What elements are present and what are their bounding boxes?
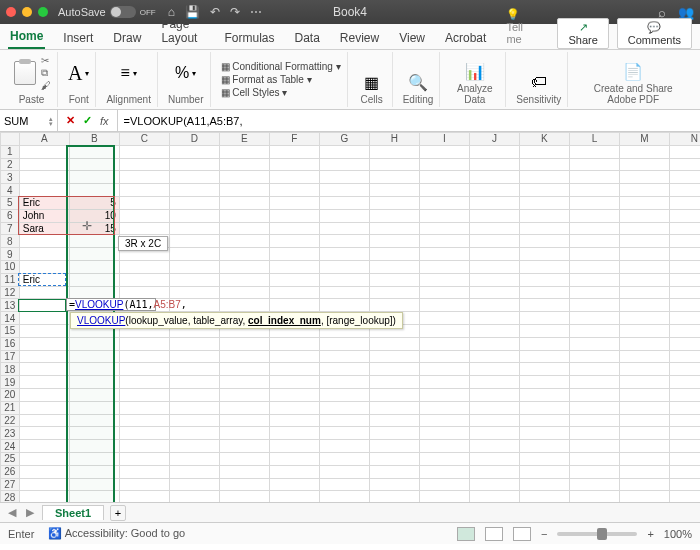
cell-A11[interactable]: Eric [19,273,69,286]
cell-J9[interactable] [469,248,519,261]
row-header-9[interactable]: 9 [1,248,20,261]
cell-J11[interactable] [469,273,519,286]
cell-G2[interactable] [319,158,369,171]
cell-L6[interactable] [569,209,619,222]
cell-C5[interactable] [119,196,169,209]
cell-L20[interactable] [569,388,619,401]
tab-formulas[interactable]: Formulas [222,27,276,49]
cell-K22[interactable] [519,414,569,427]
cell-I2[interactable] [419,158,469,171]
cell-A25[interactable] [19,452,69,465]
cell-H23[interactable] [369,427,419,440]
window-controls[interactable] [6,7,48,17]
cell-B22[interactable] [69,414,119,427]
cell-M15[interactable] [619,324,669,337]
cell-N4[interactable] [669,184,700,197]
cell-K15[interactable] [519,324,569,337]
cell-D7[interactable] [169,222,219,235]
cell-N26[interactable] [669,465,700,478]
cell-M18[interactable] [619,363,669,376]
cell-G9[interactable] [319,248,369,261]
cell-H27[interactable] [369,478,419,491]
zoom-in-button[interactable]: + [647,528,653,540]
cell-E16[interactable] [219,337,269,350]
cell-G16[interactable] [319,337,369,350]
cell-K19[interactable] [519,376,569,389]
sensitivity-icon[interactable]: 🏷 [525,70,553,94]
cell-L2[interactable] [569,158,619,171]
conditional-formatting-button[interactable]: ▦ Conditional Formatting ▾ [221,60,341,73]
tab-view[interactable]: View [397,27,427,49]
cell-H9[interactable] [369,248,419,261]
cell-D28[interactable] [169,491,219,502]
paste-button[interactable] [12,60,38,86]
cell-J21[interactable] [469,401,519,414]
cell-L11[interactable] [569,273,619,286]
cell-F13[interactable] [269,299,319,312]
col-header-J[interactable]: J [469,133,519,146]
cell-G25[interactable] [319,452,369,465]
fx-icon[interactable]: fx [100,115,109,127]
formula-input[interactable]: =VLOOKUP(A11,A5:B7, [118,110,700,131]
cell-D5[interactable] [169,196,219,209]
cell-K10[interactable] [519,260,569,273]
cell-E1[interactable] [219,145,269,158]
cell-M13[interactable] [619,299,669,312]
cell-N27[interactable] [669,478,700,491]
cell-J20[interactable] [469,388,519,401]
cell-C26[interactable] [119,465,169,478]
row-header-7[interactable]: 7 [1,222,20,235]
cell-G22[interactable] [319,414,369,427]
tell-me[interactable]: Tell me [504,4,541,49]
cell-I5[interactable] [419,196,469,209]
cell-A19[interactable] [19,376,69,389]
cell-C19[interactable] [119,376,169,389]
cell-G7[interactable] [319,222,369,235]
cell-N20[interactable] [669,388,700,401]
cell-E11[interactable] [219,273,269,286]
cell-C21[interactable] [119,401,169,414]
row-header-14[interactable]: 14 [1,312,20,325]
cell-C27[interactable] [119,478,169,491]
cell-I7[interactable] [419,222,469,235]
cell-J26[interactable] [469,465,519,478]
cell-B25[interactable] [69,452,119,465]
cell-B11[interactable] [69,273,119,286]
cell-G19[interactable] [319,376,369,389]
cell-K28[interactable] [519,491,569,502]
cell-J7[interactable] [469,222,519,235]
cell-M25[interactable] [619,452,669,465]
autosave-toggle[interactable] [110,6,136,18]
cell-E2[interactable] [219,158,269,171]
cell-M21[interactable] [619,401,669,414]
cell-A10[interactable] [19,260,69,273]
cell-N16[interactable] [669,337,700,350]
cell-B6[interactable]: 10 [69,209,119,222]
cell-A21[interactable] [19,401,69,414]
cell-J22[interactable] [469,414,519,427]
cell-C25[interactable] [119,452,169,465]
cell-I9[interactable] [419,248,469,261]
cell-M1[interactable] [619,145,669,158]
row-header-13[interactable]: 13 [1,299,20,312]
cell-K1[interactable] [519,145,569,158]
cell-H3[interactable] [369,171,419,184]
tab-home[interactable]: Home [8,25,45,49]
cell-G23[interactable] [319,427,369,440]
cell-D23[interactable] [169,427,219,440]
cell-N13[interactable] [669,299,700,312]
cell-N19[interactable] [669,376,700,389]
cell-N1[interactable] [669,145,700,158]
cell-K12[interactable] [519,286,569,299]
cell-K5[interactable] [519,196,569,209]
cell-F5[interactable] [269,196,319,209]
cell-N5[interactable] [669,196,700,209]
cell-A1[interactable] [19,145,69,158]
cell-F8[interactable] [269,235,319,248]
view-page-break-button[interactable] [513,527,531,541]
cell-J13[interactable] [469,299,519,312]
cell-E6[interactable] [219,209,269,222]
cell-E27[interactable] [219,478,269,491]
col-header-D[interactable]: D [169,133,219,146]
cell-H1[interactable] [369,145,419,158]
